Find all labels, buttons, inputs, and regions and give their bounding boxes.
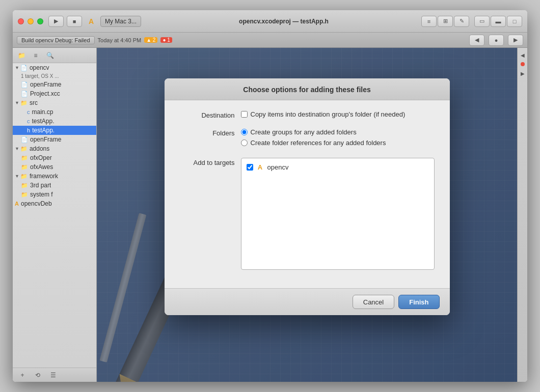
- add-button[interactable]: +: [17, 370, 28, 380]
- folder-icon: 📁: [21, 164, 28, 171]
- content-area: 📁 ≡ 🔍 ▼ 📄 opencv 1 target, OS X ... 📄 op…: [13, 48, 527, 382]
- sidebar-item-3rdpart[interactable]: 📁 3rd part: [13, 181, 96, 190]
- sidebar-list-btn[interactable]: ≡: [30, 50, 41, 61]
- right-panel-next[interactable]: ▶: [517, 68, 528, 78]
- build-status-text: Build opencv Debug: Failed: [17, 36, 95, 44]
- minimize-button[interactable]: [28, 18, 34, 24]
- right-panel-btn[interactable]: ◀: [517, 50, 528, 60]
- create-groups-radio[interactable]: [241, 129, 248, 135]
- nav-fwd-btn[interactable]: ●: [489, 35, 504, 46]
- toolbar-left: ▶ ■ A My Mac 3...: [48, 16, 141, 27]
- timestamp: Today at 4:40 PM: [98, 37, 142, 43]
- sidebar-item-opencvdeb[interactable]: A opencvDeb: [13, 199, 96, 208]
- sidebar-item-src[interactable]: ▼ 📁 src: [13, 98, 96, 107]
- cpp-file-icon: c: [27, 109, 30, 115]
- h-file-icon: h: [27, 127, 30, 133]
- right-panel-dot: [521, 62, 525, 66]
- sidebar-toolbar: 📁 ≡ 🔍: [13, 48, 96, 63]
- warning-badge: ▲ 2: [144, 37, 157, 43]
- sidebar-search-btn[interactable]: 🔍: [44, 50, 56, 61]
- editor-btn-2[interactable]: ⊞: [438, 16, 453, 27]
- sidebar-item-framework[interactable]: ▼ 📁 framework: [13, 172, 96, 181]
- sidebar-item-label: 3rd part: [30, 182, 51, 189]
- sidebar-item-openframe2[interactable]: 📄 openFrame: [13, 135, 96, 144]
- stop-button[interactable]: ■: [67, 16, 82, 27]
- add-files-dialog: Choose options for adding these files De…: [165, 78, 450, 315]
- sidebar-item-systemf[interactable]: 📁 system f: [13, 190, 96, 199]
- sidebar-item-label: openFrame: [30, 136, 61, 143]
- dialog-footer: Cancel Finish: [165, 288, 450, 315]
- folder-icon: 📁: [21, 155, 28, 161]
- sidebar-item-label: ofxOper: [30, 154, 52, 161]
- destination-label: Destination: [180, 110, 241, 119]
- sidebar-item-label: system f: [30, 191, 53, 198]
- sidebar-item-project-xcc[interactable]: 📄 Project.xcc: [13, 89, 96, 98]
- xcode-icon: A: [85, 16, 97, 27]
- sidebar-item-label: src: [30, 99, 38, 106]
- sidebar-item-main-cpp[interactable]: c main.cp: [13, 107, 96, 117]
- sidebar-item-ofxopen[interactable]: 📁 ofxOper: [13, 153, 96, 162]
- folder-icon: 📁: [20, 100, 28, 106]
- view-btn-2[interactable]: ▬: [491, 16, 506, 27]
- create-groups-label[interactable]: Create groups for any added folders: [251, 128, 357, 136]
- sidebar-content: ▼ 📄 opencv 1 target, OS X ... 📄 openFram…: [13, 63, 96, 368]
- radio-create-groups: Create groups for any added folders: [241, 128, 435, 136]
- folders-row: Folders Create groups for any added fold…: [180, 128, 435, 150]
- sidebar-item-testapp-h[interactable]: h testApp.: [13, 126, 96, 135]
- filter-button[interactable]: ☰: [47, 370, 59, 380]
- sidebar-files-btn[interactable]: 📁: [16, 50, 27, 61]
- arrow-icon: ▼: [15, 174, 19, 179]
- sidebar-item-testapp1[interactable]: c testApp.: [13, 117, 96, 126]
- arrow-icon: ▼: [15, 100, 19, 105]
- cpp-file-icon: c: [27, 118, 30, 124]
- destination-checkbox[interactable]: [241, 111, 248, 118]
- maximize-button[interactable]: [37, 18, 43, 24]
- traffic-lights: [18, 18, 43, 24]
- secondary-toolbar: Build opencv Debug: Failed Today at 4:40…: [13, 33, 527, 48]
- window-title: opencv.xcodeproj — testApp.h: [239, 18, 329, 25]
- arrow-icon: ▼: [15, 65, 19, 70]
- sidebar-item-addons[interactable]: ▼ 📁 addons: [13, 144, 96, 153]
- editor-btn-3[interactable]: ✎: [454, 16, 469, 27]
- finish-button[interactable]: Finish: [398, 295, 439, 309]
- back-button[interactable]: ⟲: [32, 370, 43, 380]
- sidebar-item-label: ofxAwes: [30, 163, 53, 171]
- sidebar-item-label: opencvDeb: [21, 200, 52, 207]
- error-badge: ● 1: [160, 37, 172, 43]
- sidebar-item-openframe1[interactable]: 📄 openFrame: [13, 80, 96, 89]
- sidebar-footer: + ⟲ ☰: [13, 368, 96, 382]
- radio-create-refs: Create folder references for any added f…: [241, 139, 435, 147]
- create-refs-radio[interactable]: [241, 139, 248, 146]
- targets-controls: A opencv: [241, 158, 435, 270]
- folder-icon: 📁: [21, 182, 28, 189]
- folder-icon: 📁: [20, 146, 28, 152]
- view-btn-1[interactable]: ▭: [474, 16, 490, 27]
- targets-box: A opencv: [241, 158, 435, 270]
- target-opencv-checkbox[interactable]: [247, 164, 253, 171]
- sidebar: 📁 ≡ 🔍 ▼ 📄 opencv 1 target, OS X ... 📄 op…: [13, 48, 97, 382]
- sidebar-item-label: openFrame: [30, 81, 61, 88]
- sidebar-item-ofxawes[interactable]: 📁 ofxAwes: [13, 162, 96, 172]
- nav-next-btn[interactable]: ▶: [508, 35, 523, 46]
- file-icon: 📄: [21, 91, 28, 97]
- sidebar-item-label: 1 target, OS X ...: [21, 73, 59, 79]
- dialog-title: Choose options for adding these files: [165, 78, 450, 100]
- xcode-target-icon: A: [256, 163, 264, 171]
- folders-label: Folders: [180, 128, 241, 137]
- sidebar-item-label: addons: [30, 145, 49, 152]
- file-icon: 📄: [21, 136, 28, 143]
- destination-checkbox-label[interactable]: Copy items into destination group's fold…: [251, 110, 406, 118]
- add-targets-row: Add to targets A opencv: [180, 158, 435, 270]
- sidebar-item-label: framework: [30, 173, 58, 180]
- nav-back-btn[interactable]: ◀: [469, 35, 484, 46]
- sidebar-item-opencv-root[interactable]: ▼ 📄 opencv: [13, 63, 96, 72]
- breadcrumb[interactable]: My Mac 3...: [100, 16, 141, 27]
- cancel-button[interactable]: Cancel: [353, 295, 394, 309]
- create-refs-label[interactable]: Create folder references for any added f…: [251, 139, 386, 147]
- build-status: Build opencv Debug: Failed Today at 4:40…: [17, 36, 172, 44]
- close-button[interactable]: [18, 18, 24, 24]
- editor-btn-1[interactable]: ≡: [421, 16, 437, 27]
- play-button[interactable]: ▶: [48, 16, 64, 27]
- view-btn-3[interactable]: □: [507, 16, 522, 27]
- target-opencv-label[interactable]: opencv: [267, 163, 289, 171]
